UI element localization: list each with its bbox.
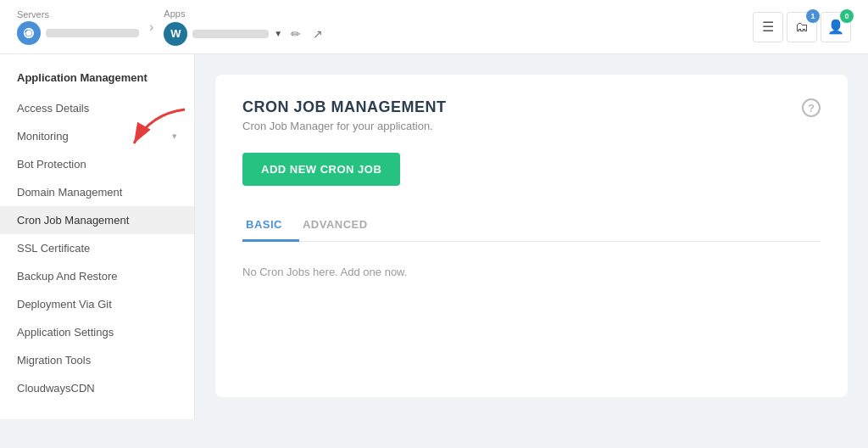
folder-badge: 1	[806, 9, 820, 23]
sidebar-item-label: Domain Management	[17, 186, 122, 199]
chevron-down-icon: ▾	[172, 131, 177, 142]
servers-section: Servers	[17, 9, 139, 45]
sidebar-item-ssl-certificate[interactable]: SSL Certificate	[0, 234, 194, 262]
sidebar-item-migration-tools[interactable]: Migration Tools	[0, 346, 194, 374]
sidebar-item-cloudwayscdn[interactable]: CloudwaysCDN	[0, 374, 194, 402]
app-dropdown-arrow[interactable]: ▼	[274, 29, 282, 38]
list-view-button[interactable]: ☰	[753, 12, 783, 42]
page-title: CRON JOB MANAGEMENT	[242, 98, 447, 116]
sidebar-item-application-settings[interactable]: Application Settings	[0, 318, 194, 346]
tab-advanced[interactable]: ADVANCED	[299, 210, 385, 242]
sidebar-item-backup-restore[interactable]: Backup And Restore	[0, 262, 194, 290]
content-area: CRON JOB MANAGEMENT Cron Job Manager for…	[195, 54, 868, 448]
empty-message: No Cron Jobs here. Add one now.	[242, 266, 821, 278]
breadcrumb-arrow: ›	[149, 20, 153, 35]
folder-icon: 🗂	[795, 20, 809, 35]
content-header: CRON JOB MANAGEMENT Cron Job Manager for…	[242, 98, 821, 132]
servers-label: Servers	[17, 9, 139, 20]
folder-button[interactable]: 🗂 1	[787, 12, 817, 42]
list-icon: ☰	[762, 19, 774, 35]
sidebar-item-label: Access Details	[17, 102, 89, 115]
edit-icon[interactable]: ✏	[287, 24, 304, 44]
sidebar-title: Application Management	[0, 71, 194, 94]
sidebar-wrapper: Application Management Access Details Mo…	[0, 54, 195, 448]
sidebar-item-domain-management[interactable]: Domain Management	[0, 178, 194, 206]
sidebar-item-label: Cron Job Management	[17, 214, 129, 227]
sidebar-item-label: Deployment Via Git	[17, 298, 112, 311]
server-icon	[17, 21, 41, 45]
sidebar-item-label: Application Settings	[17, 326, 114, 339]
server-item[interactable]	[17, 21, 139, 45]
sidebar-item-bot-protection[interactable]: Bot Protection	[0, 150, 194, 178]
user-badge: 0	[840, 9, 854, 23]
main-layout: Application Management Access Details Mo…	[0, 54, 868, 448]
sidebar-item-deployment-git[interactable]: Deployment Via Git	[0, 290, 194, 318]
nav-left: Servers › Apps W ▼ ✏	[17, 8, 326, 46]
sidebar-item-label: Bot Protection	[17, 158, 86, 171]
sidebar-item-label: Monitoring	[17, 130, 69, 143]
apps-label: Apps	[164, 8, 326, 19]
tabs-row: BASIC ADVANCED	[242, 210, 821, 242]
content-card: CRON JOB MANAGEMENT Cron Job Manager for…	[215, 75, 848, 397]
sidebar-item-monitoring[interactable]: Monitoring ▾	[0, 122, 194, 150]
nav-icons: ☰ 🗂 1 👤 0	[753, 12, 851, 42]
sidebar-item-cron-job-management[interactable]: Cron Job Management	[0, 206, 194, 234]
help-icon[interactable]: ?	[802, 98, 821, 117]
content-title-block: CRON JOB MANAGEMENT Cron Job Manager for…	[242, 98, 447, 132]
add-cron-job-button[interactable]: ADD NEW CRON JOB	[242, 153, 400, 186]
sidebar-item-label: SSL Certificate	[17, 242, 90, 255]
app-item[interactable]: W ▼ ✏ ↗	[164, 22, 326, 46]
wordpress-icon: W	[164, 22, 187, 46]
sidebar-item-label: CloudwaysCDN	[17, 382, 95, 395]
user-button[interactable]: 👤 0	[821, 12, 851, 42]
server-name-placeholder	[46, 29, 139, 37]
external-link-icon[interactable]: ↗	[309, 24, 326, 44]
sidebar-item-access-details[interactable]: Access Details	[0, 94, 194, 122]
sidebar-item-label: Migration Tools	[17, 354, 91, 367]
breadcrumb: Servers › Apps W ▼ ✏	[17, 8, 326, 46]
app-name-placeholder	[192, 30, 269, 38]
sidebar: Application Management Access Details Mo…	[0, 54, 195, 419]
apps-section: Apps W ▼ ✏ ↗	[164, 8, 326, 46]
tab-basic[interactable]: BASIC	[242, 210, 299, 242]
sidebar-item-label: Backup And Restore	[17, 270, 118, 283]
page-subtitle: Cron Job Manager for your application.	[242, 120, 447, 132]
top-navigation: Servers › Apps W ▼ ✏	[0, 0, 868, 54]
